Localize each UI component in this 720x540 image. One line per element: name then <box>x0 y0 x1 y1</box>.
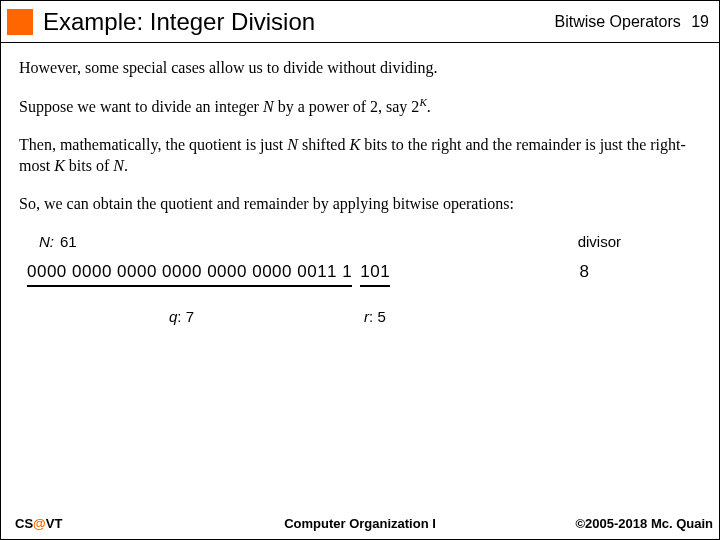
p3-text-d: bits of <box>65 157 113 174</box>
bits-remainder-part: 101 <box>360 261 390 288</box>
slide: Example: Integer Division Bitwise Operat… <box>0 0 720 540</box>
p3-text-a: Then, mathematically, the quotient is ju… <box>19 136 287 153</box>
variable-K-1: K <box>349 136 360 153</box>
cs-at-vt: CS@VT <box>15 516 62 531</box>
n-value: 61 <box>60 232 77 252</box>
quotient-group: q: 7 <box>169 307 194 327</box>
example-row-labels: N: 61 divisor <box>19 232 701 252</box>
variable-N-1: N <box>287 136 298 153</box>
q-colon: : <box>177 308 181 325</box>
orange-square-icon <box>7 9 33 35</box>
p2-text-b: by a power of 2, say 2 <box>274 98 420 115</box>
p2-text-a: Suppose we want to divide an integer <box>19 98 263 115</box>
paragraph-1: However, some special cases allow us to … <box>19 57 701 79</box>
p2-text-c: . <box>427 98 431 115</box>
exponent-K: K <box>419 96 426 108</box>
n-label: N: <box>39 232 54 252</box>
variable-K-2: K <box>54 157 65 174</box>
header-right: Bitwise Operators 19 <box>554 13 709 31</box>
variable-N: N <box>263 98 274 115</box>
course-title: Computer Organization I <box>284 516 436 531</box>
variable-N-2: N <box>113 157 124 174</box>
slide-title: Example: Integer Division <box>43 8 554 36</box>
footer-at: @ <box>33 516 46 531</box>
slide-body: However, some special cases allow us to … <box>1 43 719 328</box>
p3-text-b: shifted <box>298 136 350 153</box>
divisor-label: divisor <box>578 232 621 252</box>
r-colon: : <box>369 308 373 325</box>
example-row-bits: 0000 0000 0000 0000 0000 0000 0011 1101 … <box>19 261 701 288</box>
paragraph-2: Suppose we want to divide an integer N b… <box>19 95 701 118</box>
n-letter: N <box>39 233 50 250</box>
section-label: Bitwise Operators <box>554 13 680 30</box>
p3-text-e: . <box>124 157 128 174</box>
copyright: ©2005-2018 Mc. Quain <box>576 516 713 531</box>
slide-header: Example: Integer Division Bitwise Operat… <box>1 1 719 43</box>
bits-wrapper: 0000 0000 0000 0000 0000 0000 0011 1101 <box>27 261 390 288</box>
n-colon: : <box>50 233 54 250</box>
paragraph-4: So, we can obtain the quotient and remai… <box>19 193 701 215</box>
footer-cs: CS <box>15 516 33 531</box>
r-value: 5 <box>377 308 385 325</box>
page-number: 19 <box>691 13 709 30</box>
paragraph-3: Then, mathematically, the quotient is ju… <box>19 134 701 177</box>
remainder-group: r: 5 <box>364 307 386 327</box>
slide-footer: CS@VT Computer Organization I ©2005-2018… <box>1 516 719 531</box>
q-value: 7 <box>186 308 194 325</box>
footer-vt: VT <box>46 516 63 531</box>
divisor-value: 8 <box>580 261 589 284</box>
example-row-results: q: 7 r: 5 <box>19 307 701 327</box>
bits-quotient-part: 0000 0000 0000 0000 0000 0000 0011 1 <box>27 261 352 288</box>
